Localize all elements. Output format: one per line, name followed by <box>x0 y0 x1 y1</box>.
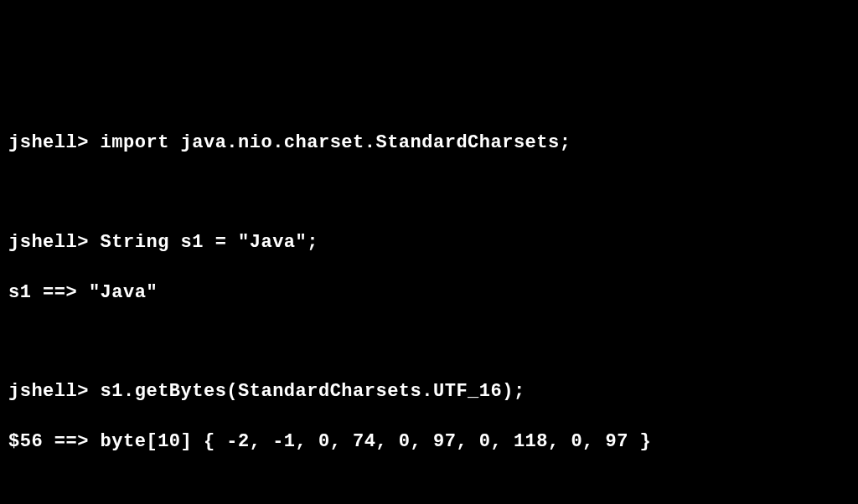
prompt-line: jshell> String s1 = "Java"; <box>8 230 850 255</box>
output-line: $56 ==> byte[10] { -2, -1, 0, 74, 0, 97,… <box>8 429 850 455</box>
output-line: s1 ==> "Java" <box>8 280 850 306</box>
prompt-line: jshell> s1.getBytes(StandardCharsets.UTF… <box>8 379 850 404</box>
blank-line <box>8 330 850 355</box>
blank-line <box>8 479 850 504</box>
blank-line <box>8 181 850 206</box>
terminal-output: jshell> import java.nio.charset.Standard… <box>8 106 850 504</box>
prompt-line: jshell> import java.nio.charset.Standard… <box>8 131 850 156</box>
